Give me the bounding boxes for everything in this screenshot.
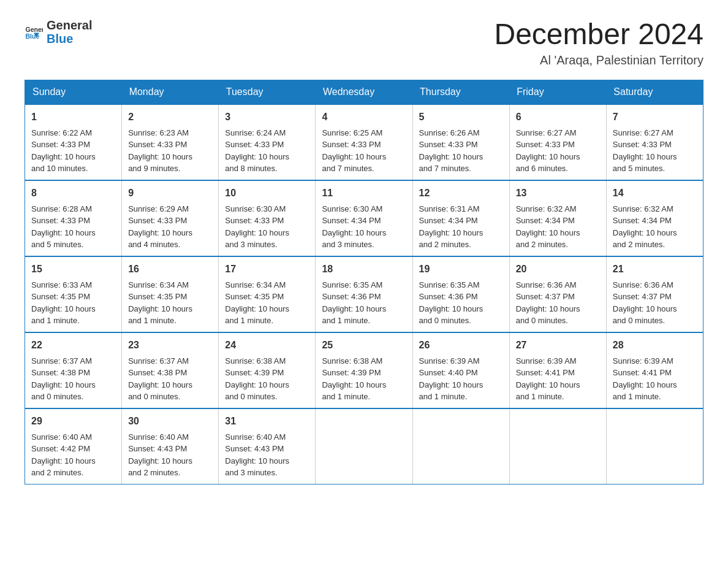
calendar-week-row: 1 Sunrise: 6:22 AM Sunset: 4:33 PM Dayli…: [25, 104, 703, 180]
calendar-cell: [412, 408, 509, 484]
calendar-week-row: 29 Sunrise: 6:40 AM Sunset: 4:42 PM Dayl…: [25, 408, 703, 484]
calendar-cell: 12 Sunrise: 6:31 AM Sunset: 4:34 PM Dayl…: [412, 180, 509, 256]
day-header-wednesday: Wednesday: [316, 80, 412, 104]
sunrise-label: Sunrise: 6:32 AM: [516, 204, 577, 213]
calendar-cell: 26 Sunrise: 6:39 AM Sunset: 4:40 PM Dayl…: [412, 332, 509, 408]
daylight-detail: and 2 minutes.: [31, 468, 83, 477]
day-number: 15: [31, 262, 115, 277]
sunset-label: Sunset: 4:33 PM: [613, 140, 672, 149]
daylight-detail: and 2 minutes.: [613, 240, 665, 249]
calendar-header-row: SundayMondayTuesdayWednesdayThursdayFrid…: [25, 80, 703, 104]
logo-blue: Blue: [47, 32, 92, 45]
day-number: 14: [613, 186, 697, 201]
day-number: 7: [613, 110, 697, 124]
daylight-label: Daylight: 10 hours: [128, 228, 192, 237]
svg-text:Blue: Blue: [26, 33, 40, 40]
calendar-cell: 17 Sunrise: 6:34 AM Sunset: 4:35 PM Dayl…: [219, 256, 316, 332]
sunset-label: Sunset: 4:33 PM: [31, 140, 90, 149]
calendar-cell: 6 Sunrise: 6:27 AM Sunset: 4:33 PM Dayli…: [509, 104, 606, 180]
sunrise-label: Sunrise: 6:39 AM: [419, 356, 480, 366]
daylight-detail: and 10 minutes.: [31, 164, 88, 173]
daylight-detail: and 0 minutes.: [225, 392, 277, 401]
day-number: 24: [225, 338, 309, 353]
day-number: 1: [31, 110, 115, 124]
daylight-label: Daylight: 10 hours: [31, 152, 96, 161]
daylight-label: Daylight: 10 hours: [31, 228, 96, 237]
daylight-label: Daylight: 10 hours: [225, 152, 289, 161]
sunset-label: Sunset: 4:33 PM: [31, 216, 90, 225]
day-number: 19: [419, 262, 503, 277]
day-number: 11: [322, 186, 406, 201]
sunrise-label: Sunrise: 6:24 AM: [225, 128, 286, 137]
daylight-label: Daylight: 10 hours: [419, 152, 483, 161]
sunrise-label: Sunrise: 6:40 AM: [128, 432, 189, 442]
sunset-label: Sunset: 4:33 PM: [128, 216, 187, 225]
calendar-cell: 8 Sunrise: 6:28 AM Sunset: 4:33 PM Dayli…: [25, 180, 122, 256]
calendar-cell: 13 Sunrise: 6:32 AM Sunset: 4:34 PM Dayl…: [509, 180, 606, 256]
sunset-label: Sunset: 4:37 PM: [516, 292, 575, 301]
sunrise-label: Sunrise: 6:28 AM: [31, 204, 92, 213]
calendar-cell: 31 Sunrise: 6:40 AM Sunset: 4:43 PM Dayl…: [219, 408, 316, 484]
month-title: December 2024: [494, 18, 703, 51]
calendar-cell: 7 Sunrise: 6:27 AM Sunset: 4:33 PM Dayli…: [606, 104, 703, 180]
sunset-label: Sunset: 4:38 PM: [31, 368, 90, 377]
calendar-cell: 20 Sunrise: 6:36 AM Sunset: 4:37 PM Dayl…: [509, 256, 606, 332]
daylight-label: Daylight: 10 hours: [322, 304, 386, 313]
daylight-detail: and 7 minutes.: [322, 164, 374, 173]
day-number: 21: [613, 262, 697, 277]
day-number: 31: [225, 414, 309, 429]
day-header-saturday: Saturday: [606, 80, 703, 104]
sunset-label: Sunset: 4:42 PM: [31, 444, 90, 453]
sunset-label: Sunset: 4:34 PM: [613, 216, 672, 225]
page-header: General Blue General Blue December 2024 …: [25, 18, 703, 67]
daylight-detail: and 1 minute.: [516, 392, 564, 401]
calendar-cell: 23 Sunrise: 6:37 AM Sunset: 4:38 PM Dayl…: [122, 332, 219, 408]
sunrise-label: Sunrise: 6:40 AM: [225, 432, 286, 442]
daylight-label: Daylight: 10 hours: [128, 304, 192, 313]
day-number: 26: [419, 338, 503, 353]
daylight-detail: and 8 minutes.: [225, 164, 277, 173]
daylight-label: Daylight: 10 hours: [516, 380, 580, 389]
daylight-detail: and 9 minutes.: [128, 164, 180, 173]
day-number: 2: [128, 110, 212, 124]
sunrise-label: Sunrise: 6:39 AM: [516, 356, 577, 366]
daylight-label: Daylight: 10 hours: [128, 456, 192, 465]
daylight-detail: and 2 minutes.: [128, 468, 180, 477]
calendar-cell: [509, 408, 606, 484]
daylight-detail: and 1 minute.: [322, 316, 370, 325]
sunrise-label: Sunrise: 6:34 AM: [225, 280, 286, 289]
sunrise-label: Sunrise: 6:39 AM: [613, 356, 673, 366]
sunrise-label: Sunrise: 6:32 AM: [613, 204, 673, 213]
calendar-week-row: 8 Sunrise: 6:28 AM Sunset: 4:33 PM Dayli…: [25, 180, 703, 256]
calendar-cell: 5 Sunrise: 6:26 AM Sunset: 4:33 PM Dayli…: [412, 104, 509, 180]
daylight-label: Daylight: 10 hours: [322, 152, 386, 161]
sunrise-label: Sunrise: 6:27 AM: [516, 128, 577, 137]
sunrise-label: Sunrise: 6:34 AM: [128, 280, 189, 289]
daylight-detail: and 6 minutes.: [516, 164, 568, 173]
sunset-label: Sunset: 4:40 PM: [419, 368, 478, 377]
daylight-detail: and 5 minutes.: [613, 164, 665, 173]
calendar-cell: 2 Sunrise: 6:23 AM Sunset: 4:33 PM Dayli…: [122, 104, 219, 180]
logo-general: General: [47, 18, 92, 32]
logo: General Blue General Blue: [25, 18, 92, 45]
daylight-label: Daylight: 10 hours: [613, 152, 677, 161]
calendar-cell: 10 Sunrise: 6:30 AM Sunset: 4:33 PM Dayl…: [219, 180, 316, 256]
daylight-detail: and 2 minutes.: [516, 240, 568, 249]
daylight-detail: and 1 minute.: [128, 316, 176, 325]
daylight-label: Daylight: 10 hours: [516, 228, 580, 237]
svg-text:General: General: [26, 26, 44, 33]
calendar-cell: 28 Sunrise: 6:39 AM Sunset: 4:41 PM Dayl…: [606, 332, 703, 408]
sunset-label: Sunset: 4:35 PM: [225, 292, 284, 301]
sunset-label: Sunset: 4:43 PM: [128, 444, 187, 453]
sunset-label: Sunset: 4:39 PM: [322, 368, 381, 377]
calendar-cell: 19 Sunrise: 6:35 AM Sunset: 4:36 PM Dayl…: [412, 256, 509, 332]
calendar-cell: [606, 408, 703, 484]
sunrise-label: Sunrise: 6:31 AM: [419, 204, 480, 213]
daylight-detail: and 1 minute.: [225, 316, 273, 325]
calendar-cell: 3 Sunrise: 6:24 AM Sunset: 4:33 PM Dayli…: [219, 104, 316, 180]
daylight-label: Daylight: 10 hours: [225, 228, 289, 237]
daylight-detail: and 5 minutes.: [31, 240, 83, 249]
calendar-cell: 25 Sunrise: 6:38 AM Sunset: 4:39 PM Dayl…: [316, 332, 412, 408]
daylight-detail: and 3 minutes.: [322, 240, 374, 249]
day-header-monday: Monday: [122, 80, 219, 104]
